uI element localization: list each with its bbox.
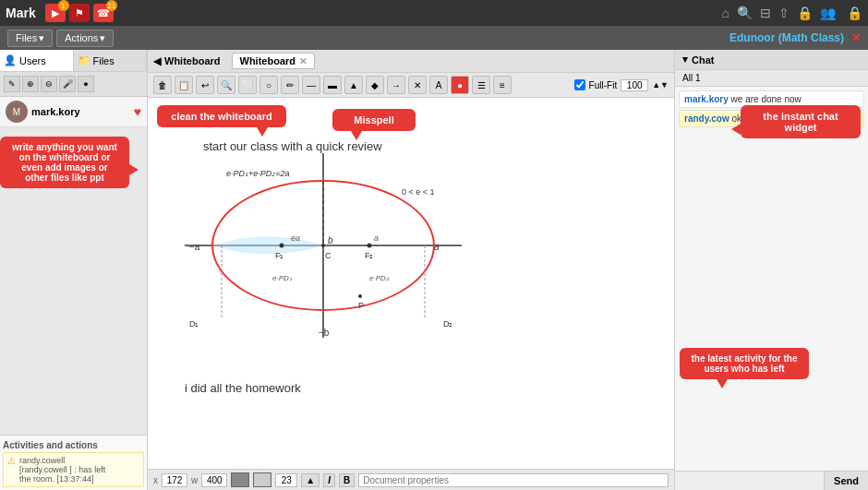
whiteboard-canvas[interactable]: clean the whiteboard Misspell start our … [148,98,674,469]
wb-tool-delete[interactable]: 🗑 [153,76,172,94]
properties-bar: x w ▲ I B [148,469,674,490]
bookmark-icon[interactable]: ⊟ [760,6,771,20]
wb-tool-close[interactable]: ✕ [408,76,427,94]
call-button[interactable]: ☎ 21 [93,4,114,22]
tool-minus[interactable]: ⊖ [41,76,57,92]
color-swatch-2[interactable] [253,472,271,487]
flag-button[interactable]: ⚑ [69,4,90,22]
edunoor-label: Edunoor (Math Class) [729,31,844,44]
user-row: M mark.kory ♥ [0,97,147,127]
whiteboard-toolbar: 🗑 📋 ↩ 🔍 ⬜ ○ ✏ — ▬ ▲ ◆ → ✕ A ● ☰ ≡ Full-F… [148,73,674,98]
svg-text:b: b [328,235,333,245]
settings-icon[interactable]: 🔒 [847,6,862,20]
svg-text:−b: −b [319,328,330,338]
svg-text:a: a [434,242,440,252]
play-badge: 1 [58,0,69,11]
wb-tool-triangle[interactable]: ▲ [344,76,363,94]
close-button[interactable]: ✕ [851,31,861,44]
sidebar-toolbar: ✎ ⊕ ⊖ 🎤 ● [0,72,147,97]
wb-tool-copy[interactable]: 📋 [175,76,193,94]
svg-text:0 < e < 1: 0 < e < 1 [402,187,435,197]
wb-tool-fill[interactable]: ◆ [366,76,384,94]
avatar: M [6,101,28,123]
wb-tool-rect[interactable]: ▬ [323,76,342,94]
w-value-input[interactable] [201,473,227,487]
chat-messages: mark.kory we are done now randy.cow ok t… [675,87,868,471]
fullfit-checkbox[interactable] [574,79,585,90]
wb-tool-color[interactable]: ● [451,76,469,94]
doc-properties-input[interactable] [358,473,669,487]
files-tab[interactable]: 📁 Files [74,50,148,71]
zoom-arrows[interactable]: ▲▼ [652,80,669,90]
svg-text:D₁: D₁ [189,319,199,329]
right-panel: ▾ Chat All 1 mark.kory we are done now r… [674,50,868,490]
tool-add[interactable]: ⊕ [22,76,39,92]
x-label: x [153,475,158,485]
svg-text:D₂: D₂ [443,319,453,329]
search-icon[interactable]: 🔍 [737,6,753,20]
svg-text:e·PD₁+e·PD₂=2a: e·PD₁+e·PD₂=2a [226,169,290,178]
svg-point-14 [358,294,362,298]
chat-send-button[interactable]: Send [824,472,868,490]
svg-point-12 [321,244,325,247]
callout-misspell: Misspell [332,109,416,131]
callout-activity: the latest activity for the users who ha… [680,348,809,379]
svg-text:−a: −a [189,242,200,252]
num-input[interactable] [275,473,297,487]
svg-text:e·PD₂: e·PD₂ [369,274,390,282]
callout-write: write anything you want on the whiteboar… [0,137,129,188]
call-badge: 21 [106,0,117,11]
tab-close-icon[interactable]: ✕ [299,56,307,66]
wb-tool-select[interactable]: ⬜ [238,76,257,94]
warning-icon: ⚠ [7,456,16,466]
bold-label[interactable]: B [339,473,355,487]
share-icon[interactable]: ⇧ [778,6,790,20]
activities-title: Activities and actions [3,438,144,452]
wb-tool-text[interactable]: A [429,76,448,94]
fullfit-label: Full-Fit [589,80,618,90]
wb-tool-arrow[interactable]: → [387,76,405,94]
wb-tool-pencil[interactable]: ✏ [281,76,299,94]
tool-pencil[interactable]: ✎ [4,76,20,92]
left-sidebar: 👤 Users 📁 Files ✎ ⊕ ⊖ 🎤 ● M mark.kory ♥ … [0,50,148,490]
x-value-input[interactable] [162,473,187,487]
lock-icon[interactable]: 🔒 [797,6,813,20]
users-tab[interactable]: 👤 Users [0,50,74,71]
svg-text:F₁: F₁ [275,251,284,260]
chat-input[interactable] [675,472,824,490]
svg-text:F₂: F₂ [365,251,374,260]
whiteboard-header: ◀ Whiteboard Whiteboard ✕ [148,50,674,73]
wb-tool-zoom[interactable]: 🔍 [217,76,235,94]
tool-dot[interactable]: ● [78,76,94,92]
main-layout: 👤 Users 📁 Files ✎ ⊕ ⊖ 🎤 ● M mark.kory ♥ … [0,50,868,490]
svg-text:C: C [325,251,332,260]
play-button[interactable]: ▶ 1 [45,4,66,22]
wb-tool-undo[interactable]: ↩ [196,76,214,94]
wb-tool-more1[interactable]: ☰ [472,76,490,94]
svg-point-10 [368,244,372,248]
home-icon[interactable]: ⌂ [722,6,729,20]
files-menu[interactable]: Files ▾ [7,30,53,47]
svg-text:P: P [358,301,364,310]
actions-menu[interactable]: Actions ▾ [56,30,114,47]
callout-chat: the instant chat widget [741,105,861,138]
wb-tool-more2[interactable]: ≡ [493,76,512,94]
username: mark.kory [31,106,80,117]
svg-point-8 [280,244,284,248]
center-area: ◀ Whiteboard Whiteboard ✕ 🗑 📋 ↩ 🔍 ⬜ ○ ✏ … [148,50,674,490]
whiteboard-tab[interactable]: Whiteboard ✕ [232,53,316,69]
italic-label[interactable]: I [323,473,335,487]
arr-up-btn[interactable]: ▲ [301,473,319,487]
users-icon[interactable]: 👥 [820,6,836,20]
zoom-input[interactable]: 100 [621,79,648,91]
w-label: w [191,475,198,485]
tool-mic[interactable]: 🎤 [59,76,76,92]
wb-diagram: b a −a −b F₁ F₂ C P D₁ [175,144,471,350]
color-swatch-1[interactable] [231,472,249,487]
wb-text-bottom: i did all the homework [185,381,301,395]
wb-tool-circle[interactable]: ○ [259,76,278,94]
second-bar: Files ▾ Actions ▾ Edunoor (Math Class) ✕ [0,26,868,50]
svg-text:a: a [374,233,379,243]
wb-tool-line[interactable]: — [302,76,320,94]
callout-clean: clean the whiteboard [157,105,286,127]
